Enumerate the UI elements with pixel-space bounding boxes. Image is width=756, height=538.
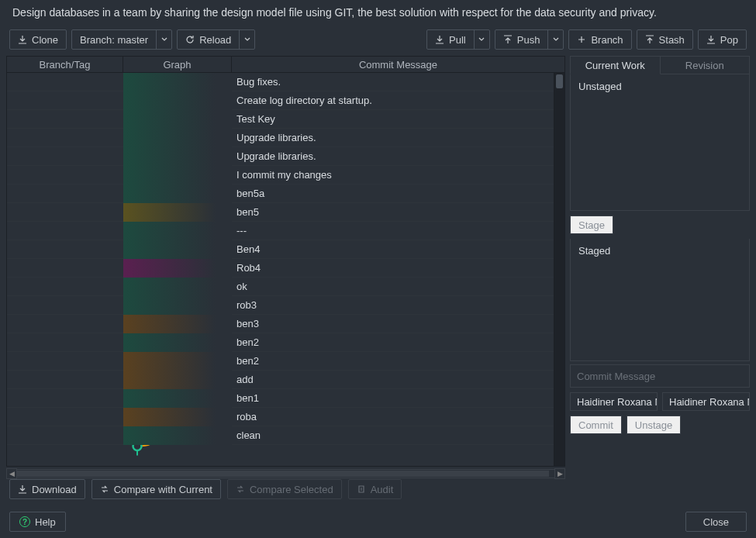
commit-button[interactable]: Commit xyxy=(570,416,622,434)
stage-button[interactable]: Stage xyxy=(570,216,613,234)
commit-row[interactable]: ben1 xyxy=(7,389,554,408)
commit-message-cell: add xyxy=(232,374,554,385)
graph-cell xyxy=(123,333,232,352)
chevron-down-icon[interactable] xyxy=(156,30,171,49)
graph-cell xyxy=(123,91,232,110)
push-button[interactable]: Push xyxy=(495,29,564,50)
pop-button[interactable]: Pop xyxy=(698,29,747,50)
reload-icon xyxy=(185,35,195,44)
graph-cell xyxy=(123,240,232,259)
commit-message-cell: Upgrade libraries. xyxy=(232,132,554,143)
action-bar: Download Compare with Current Compare Se… xyxy=(0,476,756,502)
graph-cell xyxy=(123,147,232,166)
stash-button[interactable]: Stash xyxy=(637,29,693,50)
staged-label: Staged xyxy=(578,245,610,257)
commit-message-cell: --- xyxy=(232,225,554,236)
header-graph[interactable]: Graph xyxy=(123,56,231,73)
commit-message-cell: roba xyxy=(232,411,554,422)
graph-cell xyxy=(123,408,232,426)
commit-row[interactable]: I commit my changes xyxy=(7,166,554,185)
graph-cell xyxy=(123,371,232,389)
commit-message-cell: ben5 xyxy=(232,206,554,218)
commit-message-cell: rob3 xyxy=(232,299,554,311)
compare-icon xyxy=(236,485,245,494)
commit-message-cell: Upgrade libraries. xyxy=(232,150,554,162)
staged-panel: Staged xyxy=(570,239,750,361)
commit-row[interactable]: --- xyxy=(7,222,554,240)
commit-message-cell: Ben4 xyxy=(232,243,554,255)
download-button[interactable]: Download xyxy=(9,479,85,499)
main-toolbar: Clone Branch: master Reload Pull Push xyxy=(0,26,756,56)
commit-row[interactable]: rob3 xyxy=(7,296,554,315)
branch-button[interactable]: Branch xyxy=(568,29,631,50)
author-name-field[interactable]: Haidiner Roxana M xyxy=(570,392,658,411)
commit-message-cell: clean xyxy=(232,429,554,441)
commit-message-cell: Create log directory at startup. xyxy=(232,95,554,106)
author-email-field[interactable]: Haidiner Roxana M xyxy=(662,392,750,411)
tab-revision[interactable]: Revision xyxy=(661,56,751,74)
download-icon xyxy=(18,35,27,44)
commit-message-cell: ok xyxy=(232,281,554,292)
commit-row[interactable]: ben3 xyxy=(7,315,554,333)
graph-cell xyxy=(123,352,232,371)
commit-row[interactable]: ben2 xyxy=(7,352,554,371)
commit-list: Branch/Tag Graph Commit Message Bug fixe… xyxy=(6,56,565,479)
help-icon: ? xyxy=(19,516,30,527)
pull-button[interactable]: Pull xyxy=(426,29,490,50)
commit-row[interactable]: ben2 xyxy=(7,333,554,352)
graph-cell xyxy=(123,278,232,296)
commit-row[interactable]: ben5a xyxy=(7,185,554,203)
compare-selected-button: Compare Selected xyxy=(227,479,342,499)
commit-row[interactable]: roba xyxy=(7,408,554,426)
commit-row[interactable]: ok xyxy=(7,278,554,296)
close-button[interactable]: Close xyxy=(685,512,747,532)
commit-message-cell: ben1 xyxy=(232,392,554,404)
commit-row[interactable]: Upgrade libraries. xyxy=(7,147,554,166)
help-button[interactable]: ? Help xyxy=(9,512,66,532)
header-branch-tag[interactable]: Branch/Tag xyxy=(6,56,123,73)
commit-row[interactable]: Upgrade libraries. xyxy=(7,129,554,147)
chevron-down-icon[interactable] xyxy=(547,30,563,49)
vertical-scrollbar[interactable] xyxy=(554,73,564,466)
commit-row[interactable]: ben5 xyxy=(7,203,554,222)
commit-row[interactable]: Rob4 xyxy=(7,259,554,278)
commit-row[interactable]: add xyxy=(7,371,554,389)
header-commit-message[interactable]: Commit Message xyxy=(231,56,565,73)
download-icon xyxy=(435,35,444,44)
tab-current-work[interactable]: Current Work xyxy=(570,56,661,74)
chevron-down-icon[interactable] xyxy=(474,30,489,49)
graph-cell xyxy=(123,166,232,185)
commit-message-cell: I commit my changes xyxy=(232,169,554,181)
audit-icon xyxy=(357,485,366,494)
commit-row[interactable]: clean xyxy=(7,426,554,445)
column-headers: Branch/Tag Graph Commit Message xyxy=(6,56,565,73)
unstage-button[interactable]: Unstage xyxy=(627,416,681,434)
graph-cell xyxy=(123,389,232,408)
graph-cell xyxy=(123,296,232,315)
audit-button: Audit xyxy=(348,479,402,499)
compare-icon xyxy=(100,485,109,494)
footer: ? Help Close xyxy=(0,505,756,538)
compare-current-button[interactable]: Compare with Current xyxy=(91,479,221,499)
commit-row[interactable]: Create log directory at startup. xyxy=(7,91,554,110)
graph-cell xyxy=(123,73,232,91)
chevron-down-icon[interactable] xyxy=(239,30,254,49)
branch-selector[interactable]: Branch: master xyxy=(71,29,172,50)
commit-message-cell: ben2 xyxy=(232,355,554,367)
graph-cell xyxy=(123,426,232,445)
reload-button[interactable]: Reload xyxy=(177,29,255,50)
commit-message-cell: Test Key xyxy=(232,113,554,125)
graph-cell xyxy=(123,222,232,240)
commit-message-cell: ben2 xyxy=(232,336,554,348)
clone-button[interactable]: Clone xyxy=(9,29,67,50)
graph-cell xyxy=(123,185,232,203)
commit-row[interactable]: Test Key xyxy=(7,110,554,129)
commit-message-cell: Rob4 xyxy=(232,262,554,274)
commit-message-input[interactable]: Commit Message xyxy=(570,364,750,388)
commit-row[interactable]: Bug fixes. xyxy=(7,73,554,91)
graph-cell xyxy=(123,203,232,222)
commit-message-cell: ben3 xyxy=(232,318,554,329)
upload-icon xyxy=(503,35,513,44)
commit-row[interactable]: Ben4 xyxy=(7,240,554,259)
unstaged-panel: Unstaged xyxy=(570,74,750,211)
